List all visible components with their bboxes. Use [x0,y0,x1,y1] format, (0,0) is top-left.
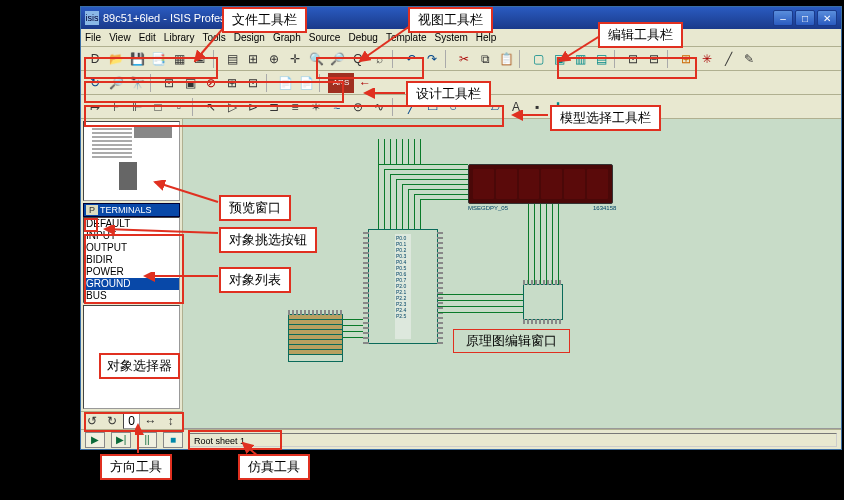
resistor-bank[interactable] [288,314,343,362]
lib-icon[interactable]: ⊟ [644,49,664,69]
save-icon[interactable]: 💾 [127,49,147,69]
paste-icon[interactable]: 📋 [496,49,516,69]
tool3-icon[interactable]: ⊞ [222,73,242,93]
copy-icon[interactable]: ⧉ [475,49,495,69]
list-item[interactable]: INPUT [84,230,179,242]
object-list[interactable]: DEFAULT INPUT OUTPUT BIDIR POWER GROUND … [83,217,180,303]
rotate-cw-icon[interactable]: ↻ [103,411,122,431]
m-arrow-icon[interactable]: ↖ [201,97,221,117]
menu-file[interactable]: File [85,32,101,43]
area-icon[interactable]: ▦ [169,49,189,69]
block-move-icon[interactable]: ▣ [549,49,569,69]
cut-icon[interactable]: ✂ [454,49,474,69]
list-item[interactable]: DEFAULT [84,218,179,230]
m-label-icon[interactable]: ⊩ [127,97,147,117]
zoom-in-icon[interactable]: 🔍 [306,49,326,69]
menu-template[interactable]: Template [386,32,427,43]
callout-orient: 方向工具 [100,454,172,480]
menu-debug[interactable]: Debug [348,32,377,43]
menu-system[interactable]: System [434,32,467,43]
list-item-selected[interactable]: GROUND [84,278,179,290]
find-icon[interactable]: 🔎 [106,73,126,93]
prop-icon[interactable]: ✎ [739,49,759,69]
arrow-left-icon[interactable]: ← [355,73,375,93]
decomp-icon[interactable]: ✳ [697,49,717,69]
menu-edit[interactable]: Edit [139,32,156,43]
list-item[interactable]: BUS [84,290,179,302]
print-icon[interactable]: 🖶 [190,49,210,69]
zoom-out-icon[interactable]: 🔎 [327,49,347,69]
import-icon[interactable]: 📑 [148,49,168,69]
tool2-icon[interactable]: ▣ [180,73,200,93]
mcu-chip[interactable]: P0.0P0.1P0.2P0.3P0.4P0.5P0.6P0.7P2.0P2.1… [368,229,438,344]
m-graph-icon[interactable]: ≡ [285,97,305,117]
flip-v-icon[interactable]: ↕ [161,411,180,431]
pick-button[interactable]: P [86,205,98,215]
list-item[interactable]: OUTPUT [84,242,179,254]
preview-window[interactable] [83,121,180,201]
erc-icon[interactable]: ARS [328,73,354,93]
m-component-icon[interactable]: ↦ [85,97,105,117]
binoc-icon[interactable]: 🔭 [127,73,147,93]
orientation-toolbar: ↺ ↻ 0 ↔ ↕ [81,411,182,429]
sim-step-icon[interactable]: ▶| [111,432,131,448]
m-text-icon[interactable]: A [506,97,526,117]
pick-icon[interactable]: ⊡ [623,49,643,69]
maximize-button[interactable]: □ [795,10,815,26]
m-term-icon[interactable]: ⊳ [243,97,263,117]
status-bar: ▶ ▶| || ■ Root sheet 1 [81,429,841,449]
m-sub-icon[interactable]: ▷ [222,97,242,117]
zoom-all-icon[interactable]: Q [348,49,368,69]
open-icon[interactable]: 📂 [106,49,126,69]
cancel-icon[interactable]: ⊘ [201,73,221,93]
block-delete-icon[interactable]: ▤ [591,49,611,69]
tool1-icon[interactable]: ⊡ [159,73,179,93]
m-pin-icon[interactable]: ⊐ [264,97,284,117]
seven-seg-display[interactable] [468,164,613,204]
block-copy-icon[interactable]: ▢ [528,49,548,69]
m-junction-icon[interactable]: ⊦ [106,97,126,117]
block-rotate-icon[interactable]: ▥ [570,49,590,69]
m-virt-icon[interactable]: ∿ [369,97,389,117]
redo-icon[interactable]: ↷ [422,49,442,69]
menu-tools[interactable]: Tools [202,32,225,43]
m-tape-icon[interactable]: ✶ [306,97,326,117]
rotate-ccw-icon[interactable]: ↺ [83,411,102,431]
small-ic[interactable] [523,284,563,320]
import2-icon[interactable]: 📄 [296,73,316,93]
menu-help[interactable]: Help [476,32,497,43]
list-item[interactable]: POWER [84,266,179,278]
menu-library[interactable]: Library [164,32,195,43]
origin-icon[interactable]: ⊕ [264,49,284,69]
grid-icon[interactable]: ⊞ [243,49,263,69]
wire-icon[interactable]: ⊞ [676,49,696,69]
sim-play-icon[interactable]: ▶ [85,432,105,448]
menu-source[interactable]: Source [309,32,341,43]
schematic-window-label: 原理图编辑窗口 [453,329,570,353]
tool4-icon[interactable]: ⊡ [243,73,263,93]
zoom-area-icon[interactable]: ⌕ [369,49,389,69]
menu-view[interactable]: View [109,32,131,43]
mark-icon[interactable]: ▤ [222,49,242,69]
m-script-icon[interactable]: □ [148,97,168,117]
menu-graph[interactable]: Graph [273,32,301,43]
list-item[interactable]: BIDIR [84,254,179,266]
center-icon[interactable]: ✛ [285,49,305,69]
m-probe-icon[interactable]: ⊙ [348,97,368,117]
close-button[interactable]: ✕ [817,10,837,26]
sim-stop-icon[interactable]: ■ [163,432,183,448]
picker-header: P TERMINALS [83,203,180,217]
angle-field[interactable]: 0 [123,413,140,429]
m-bus-icon[interactable]: ▫ [169,97,189,117]
m-gen-icon[interactable]: ≈ [327,97,347,117]
new-icon[interactable]: D [85,49,105,69]
flip-h-icon[interactable]: ↔ [141,411,160,431]
export-icon[interactable]: 📄 [275,73,295,93]
m-sym-icon[interactable]: ▪ [527,97,547,117]
redo2-icon[interactable]: ↻ [85,73,105,93]
dash-icon[interactable]: ╱ [718,49,738,69]
sim-pause-icon[interactable]: || [137,432,157,448]
minimize-button[interactable]: – [773,10,793,26]
menu-design[interactable]: Design [234,32,265,43]
undo-icon[interactable]: ↶ [401,49,421,69]
